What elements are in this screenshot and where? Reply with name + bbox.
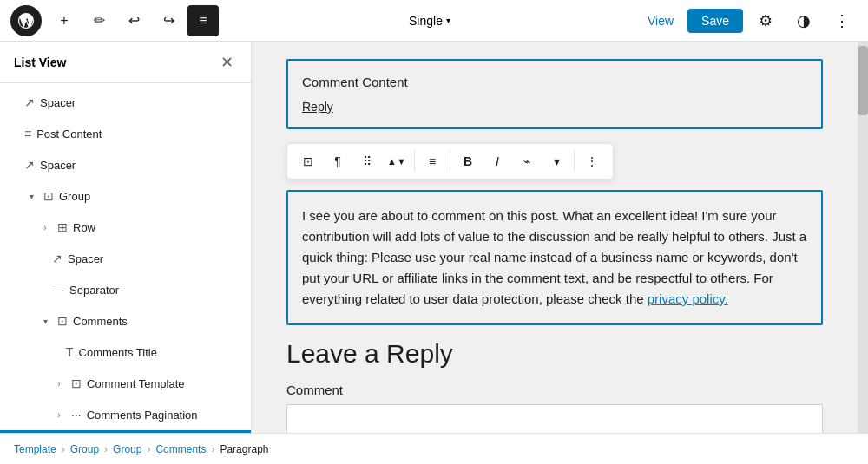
post-content-icon: ≡ [24,127,31,141]
theme-button[interactable]: ◑ [788,5,819,36]
sidebar-item-label: Spacer [68,252,237,265]
group-icon: ⊡ [43,189,54,203]
sidebar-item-label: Row [73,221,237,234]
sidebar-item-spacer-2[interactable]: ↗ Spacer [0,149,251,180]
breadcrumb-sep-4: › [211,443,214,455]
close-sidebar-button[interactable]: ✕ [217,49,237,75]
sidebar-item-label: Post Content [36,127,237,141]
spacer-icon: ↗ [24,158,35,172]
sidebar-item-comments-pagination[interactable]: › ··· Comments Pagination [0,399,251,430]
sidebar-item-spacer-1[interactable]: ↗ Spacer [0,87,251,118]
spacer-icon: ↗ [24,95,35,109]
toolbar-divider-2 [450,151,450,172]
reply-link[interactable]: Reply [302,100,807,114]
toolbar-center: Single ▾ [402,10,457,31]
add-block-button[interactable]: + [49,5,80,36]
sidebar-item-row[interactable]: › ⊞ Row [0,212,251,243]
leave-reply-title: Leave a Reply [286,339,823,369]
wordpress-icon [17,12,35,29]
toolbar-divider [414,151,415,172]
format-dropdown-button[interactable]: ▾ [542,147,570,175]
sidebar-item-separator[interactable]: — Separator [0,274,251,305]
add-icon: + [60,13,68,29]
comment-content-text: Comment Content [302,75,807,89]
transform-button[interactable]: ¶ [324,147,352,175]
sidebar-item-post-content[interactable]: ≡ Post Content [0,118,251,149]
breadcrumb-group-1[interactable]: Group [70,443,99,455]
sidebar-item-paragraph[interactable]: ¶ Paragraph ⋮ [0,430,251,433]
paragraph-icon: ¶ [334,154,341,168]
row-icon: ⊞ [57,220,68,234]
comments-icon: ⊡ [57,314,68,328]
link-button[interactable]: ⌁ [513,147,541,175]
wp-logo [10,5,42,36]
breadcrumb-group-2[interactable]: Group [113,443,141,455]
redo-icon: ↪ [163,12,174,29]
page-type-label: Single [409,14,443,28]
link-icon: ⌁ [523,154,530,168]
list-view-icon: ≡ [199,13,207,29]
chevron-down-icon: ▾ [38,317,52,326]
breadcrumb-comments[interactable]: Comments [155,443,206,455]
drag-icon: ⠿ [363,154,372,168]
sidebar-item-label: Comments [73,315,237,328]
sidebar-item-comment-template[interactable]: › ⊡ Comment Template [0,368,251,399]
scroll-thumb[interactable] [858,46,868,115]
more-options-format-button[interactable]: ⋮ [578,147,606,175]
sidebar-item-comments[interactable]: ▾ ⊡ Comments [0,305,251,337]
view-button[interactable]: View [641,9,681,33]
paragraph-format-icon: ⊡ [303,154,313,168]
drag-handle[interactable]: ⠿ [353,147,381,175]
move-button[interactable]: ▲▼ [383,147,411,175]
chevron-down-icon: ▾ [554,154,560,168]
sidebar-item-comments-title[interactable]: T Comments Title [0,337,251,368]
breadcrumb-template[interactable]: Template [14,443,56,455]
sidebar-item-spacer-3[interactable]: ↗ Spacer [0,243,251,274]
undo-button[interactable]: ↩ [118,5,149,36]
sidebar-item-label: Spacer [40,159,237,172]
align-button[interactable]: ≡ [418,147,446,175]
chevron-down-icon: ▾ [446,16,450,25]
breadcrumb-sep-1: › [62,443,65,455]
list-view-button[interactable]: ≡ [187,5,219,36]
top-toolbar: + ✏ ↩ ↪ ≡ Single ▾ View Save ⚙ ◑ ⋮ [0,0,868,42]
bold-icon: B [464,154,472,168]
italic-button[interactable]: I [483,147,511,175]
comments-title-icon: T [66,345,74,359]
comments-pagination-icon: ··· [71,408,82,422]
settings-button[interactable]: ⚙ [750,5,781,36]
right-scrollbar [858,42,868,433]
more-options-button[interactable]: ⋮ [826,5,858,36]
breadcrumb-sep-2: › [104,443,108,455]
sidebar-item-label: Comment Template [87,377,237,390]
content-area[interactable]: Comment Content Reply ⊡ ¶ ⠿ ▲▼ ≡ B [252,42,858,433]
more-icon: ⋮ [586,154,598,168]
privacy-policy-link[interactable]: privacy policy. [648,291,728,306]
comment-template-icon: ⊡ [71,376,82,390]
breadcrumb-current: Paragraph [220,443,268,455]
paragraph-block[interactable]: I see you are about to comment on this p… [286,190,823,325]
sidebar-header: List View ✕ [0,42,251,83]
move-icon: ▲▼ [387,156,406,167]
sidebar-scroll[interactable]: ↗ Spacer ≡ Post Content ↗ Spacer ▾ ⊡ Gro… [0,83,251,433]
redo-button[interactable]: ↪ [153,5,184,36]
page-type-selector[interactable]: Single ▾ [402,10,457,31]
block-switcher-button[interactable]: ⊡ [294,147,322,175]
italic-icon: I [496,154,499,168]
comment-label: Comment [286,382,823,397]
breadcrumb-sep-3: › [147,443,150,455]
sidebar-item-group[interactable]: ▾ ⊡ Group [0,180,251,212]
list-view-title: List View [14,56,66,69]
bold-button[interactable]: B [454,147,482,175]
sidebar: List View ✕ ↗ Spacer ≡ Post Content ↗ Sp… [0,42,252,433]
save-button[interactable]: Save [687,9,743,33]
leave-reply-section: Leave a Reply Comment [286,339,823,433]
sidebar-item-label: Separator [69,284,237,297]
comment-content-block: Comment Content Reply [286,59,823,129]
separator-icon: — [52,283,64,297]
edit-button[interactable]: ✏ [83,5,115,36]
chevron-down-icon: ▾ [24,192,38,201]
comment-textarea[interactable] [286,404,823,433]
sidebar-item-label: Group [59,190,237,203]
format-toolbar: ⊡ ¶ ⠿ ▲▼ ≡ B I ⌁ [286,143,614,180]
